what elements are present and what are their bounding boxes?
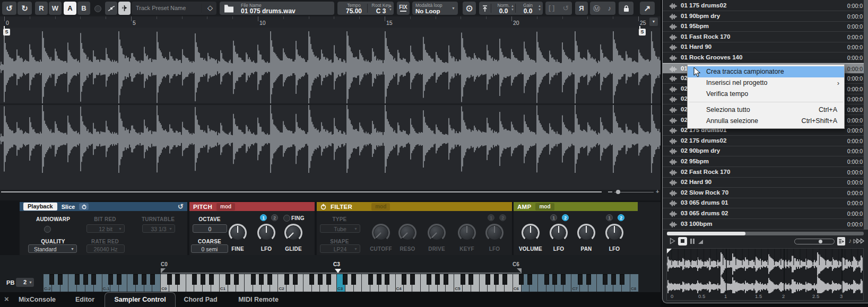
pitchbend-range-dropdown[interactable]: 2 ▼ [16,278,34,287]
pitch-lfo2-badge[interactable]: 2 [271,214,278,221]
piano-key-black[interactable] [108,274,113,285]
open-external-window-button[interactable]: ↗ [640,2,655,15]
piano-key-black[interactable] [309,274,314,285]
key-range-bar[interactable] [161,273,522,274]
revert-icon[interactable]: ↺ [562,4,569,12]
piano-key-black[interactable] [225,274,230,285]
menu-item[interactable]: Annulla selezioneCtrl+Shift+A [688,116,844,127]
filter-lfo1-badge[interactable]: 1 [488,214,494,221]
reverse-button[interactable]: Я [575,2,588,15]
preview-volume-thumb[interactable] [819,240,822,243]
piano-key-black[interactable] [142,274,146,285]
double-play-icon[interactable] [856,238,865,244]
piano-key-black[interactable] [461,274,465,285]
file-row[interactable]: 02 95bpm0:00:0 [663,156,868,167]
pitch-lfo-knob[interactable] [257,224,275,242]
timeline-ruler[interactable]: 0 5 10 15 20 25 ▼ [0,16,661,28]
amp-lfo2-badge2[interactable]: 2 [618,214,624,221]
piano-key-black[interactable] [133,274,138,285]
filter-power-button[interactable] [320,204,326,210]
loop-mode-dropdown[interactable]: Modalità loop No Loop ▼ [412,2,458,15]
coarse-value-box[interactable]: 0 semi [191,244,228,253]
file-row[interactable]: 01 Hard 900:00:0 [663,42,868,52]
glide-knob[interactable] [284,224,302,242]
tab-playback[interactable]: Playback [23,203,57,210]
file-row[interactable]: 01 Fast Rock 1700:00:0 [663,32,868,42]
gain-display[interactable]: Gain 0.0 [516,2,540,15]
piano-key-black[interactable] [91,274,96,285]
piano-key-black[interactable] [167,274,172,285]
amp-mod-badge[interactable]: mod [535,203,554,210]
preset-diamond-icon[interactable]: ◇ [207,4,213,12]
piano-key-black[interactable] [377,274,381,285]
brackets-icon[interactable]: [ ] [549,4,554,12]
piano-key-black[interactable] [494,274,499,285]
lock-button[interactable] [619,2,633,15]
pause-icon-bar[interactable] [690,239,692,244]
piano-key-black[interactable] [402,274,406,285]
gain-stepper[interactable]: ▲▼ [538,4,541,12]
piano-key-black[interactable] [83,274,88,285]
pitch-mod-badge[interactable]: mod [216,203,235,210]
file-row[interactable]: 01 95bpm0:00:0 [663,21,868,32]
tab-sampler-control[interactable]: Sampler Control [105,292,176,307]
ratered-value-box[interactable]: 26040 Hz [86,244,125,253]
piano-key-black[interactable] [343,274,348,285]
reso-knob[interactable] [398,224,416,242]
piano-key-black[interactable] [150,274,155,285]
piano-key-black[interactable] [209,274,214,285]
waveform-display[interactable] [0,28,661,190]
audiowarp-toggle[interactable] [44,226,51,233]
tab-mixconsole[interactable]: MixConsole [19,296,56,303]
volume-knob[interactable] [522,224,540,242]
piano-key-black[interactable] [485,274,490,285]
preview-volume-slider[interactable] [794,239,835,244]
piano-key-black[interactable] [267,274,272,285]
read-automation-button[interactable]: R [35,2,48,15]
keyf-knob[interactable] [458,224,476,242]
snap-marker-button[interactable] [118,2,131,15]
piano-key-black[interactable] [385,274,389,285]
amp-lfo1-badge2[interactable]: 2 [562,214,569,221]
mono-icon[interactable]: Ⓜ [593,4,600,14]
piano-key-black[interactable] [611,274,616,285]
fixed-pitch-button[interactable]: FIX [397,2,410,15]
file-row[interactable]: 02 Fast Rock 1700:00:0 [663,167,868,178]
piano-key-black[interactable] [201,274,205,285]
file-row[interactable]: 02 90bpm dry0:00:0 [663,146,868,156]
norm-stepper[interactable]: ▲▼ [511,4,514,12]
piano-keyboard[interactable]: C-2C-1C0C1C2C3C4C5C6C7C8 [44,274,639,292]
sample-start-marker[interactable]: S [3,29,10,36]
redo-icon[interactable]: ↻ [18,2,32,15]
piano-key-black[interactable] [368,274,373,285]
file-row[interactable]: 01 175 drums020:00:0 [663,1,868,11]
filter-lfo-knob[interactable] [485,224,504,242]
preview-stop-button[interactable] [678,237,687,245]
musical-note-icon[interactable]: ♪ [608,4,612,12]
file-row[interactable]: 01 90bpm dry0:00:0 [663,11,868,22]
fingered-glide-toggle[interactable] [283,215,290,222]
quality-dropdown[interactable]: Standard ▼ [28,244,77,253]
file-row[interactable]: 02 Hard 900:00:0 [663,177,868,188]
normalize-button[interactable] [479,2,491,15]
close-icon[interactable]: × [4,294,9,303]
tab-midi-remote[interactable]: MIDI Remote [238,296,279,303]
piano-key-black[interactable] [586,274,591,285]
tab-editor[interactable]: Editor [75,296,94,303]
piano-key-black[interactable] [620,274,624,285]
root-key-marker[interactable] [335,269,341,273]
piano-key-black[interactable] [427,274,431,285]
reset-icon[interactable]: ↺ [178,203,184,210]
piano-key-black[interactable] [561,274,566,285]
octave-value-box[interactable]: 0 [193,224,227,233]
horizontal-scrollbar-thumb[interactable] [667,232,745,235]
amp-lfo1-knob[interactable] [550,224,568,242]
vertical-scrollbar[interactable] [864,0,868,230]
piano-key-black[interactable] [502,274,507,285]
piano-key-black[interactable] [251,274,256,285]
piano-key-black[interactable] [519,274,524,285]
piano-key-black[interactable] [578,274,583,285]
note-icon[interactable]: ♪ [848,237,852,244]
cutoff-knob[interactable] [372,224,390,242]
piano-key-black[interactable] [326,274,331,285]
